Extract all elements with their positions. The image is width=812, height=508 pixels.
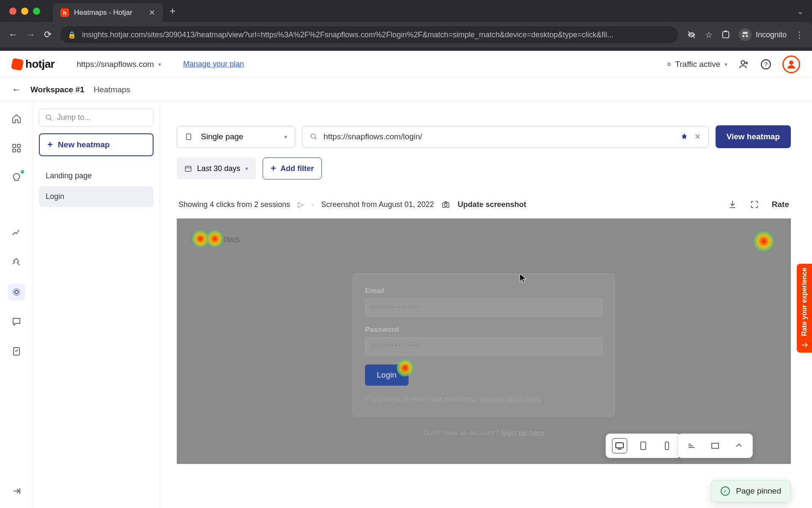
tab-close-icon[interactable]: ✕ — [149, 8, 155, 17]
view-options-toolbar — [678, 433, 753, 458]
rail-highlights-icon[interactable] — [8, 169, 25, 186]
password-label: Password — [365, 326, 603, 334]
play-icon[interactable]: ▷ — [298, 200, 304, 209]
svg-point-3 — [741, 61, 745, 64]
clear-icon[interactable]: ✕ — [694, 132, 701, 141]
separator: · — [311, 200, 313, 209]
star-icon[interactable]: ☆ — [705, 30, 713, 40]
crumb-workspace[interactable]: Workspace #1 — [30, 85, 84, 94]
screenshot-date: Screenshot from August 01, 2022 — [321, 200, 434, 209]
page-mode-select[interactable]: Single page ▾ — [177, 126, 295, 148]
browser-tab[interactable]: h Heatmaps - Hotjar ✕ — [53, 3, 163, 22]
reload-icon[interactable]: ⟳ — [44, 29, 52, 40]
tab-title: Heatmaps - Hotjar — [74, 8, 144, 17]
tab-favicon: h — [60, 8, 69, 17]
rail-expand-icon[interactable] — [8, 483, 25, 500]
date-range-label: Last 30 days — [197, 164, 240, 173]
jump-to-input[interactable]: Jump to... — [39, 108, 154, 127]
url-text: insights.hotjar.com/sites/3090413/heatma… — [82, 30, 670, 39]
url-value: https://snapflows.com/login/ — [324, 132, 674, 141]
rail-heatmaps-icon[interactable] — [8, 284, 25, 301]
window-close[interactable] — [9, 8, 16, 15]
address-bar[interactable]: 🔒 insights.hotjar.com/sites/3090413/heat… — [60, 26, 678, 43]
window-minimize[interactable] — [21, 8, 28, 15]
traffic-status[interactable]: Traffic active ▾ — [667, 60, 727, 69]
view-heatmap-button[interactable]: View heatmap — [716, 125, 791, 148]
saved-item-landing[interactable]: Landing page — [39, 166, 154, 186]
new-tab-button[interactable]: + — [170, 5, 176, 17]
device-desktop-icon[interactable] — [612, 438, 627, 453]
crumb-section[interactable]: Heatmaps — [93, 85, 130, 94]
user-avatar[interactable] — [782, 55, 800, 73]
feedback-label: Rate your experience — [801, 268, 808, 336]
help-icon[interactable]: ? — [760, 59, 771, 70]
svg-rect-1 — [723, 32, 729, 38]
tabs-menu-icon[interactable]: ⌄ — [797, 7, 804, 16]
svg-line-16 — [50, 119, 52, 121]
feedback-share-icon — [801, 341, 808, 349]
login-card: Email *************** Password *********… — [353, 273, 615, 417]
svg-rect-9 — [13, 149, 16, 152]
view-option-1-icon[interactable] — [684, 438, 699, 453]
site-selector[interactable]: https://snapflows.com ▾ — [77, 60, 161, 69]
rail-surveys-icon[interactable] — [8, 343, 25, 360]
svg-rect-10 — [17, 149, 20, 152]
login-button-label: Login — [377, 370, 397, 379]
incognito-icon — [739, 28, 752, 41]
manage-plan-link[interactable]: Manage your plan — [183, 60, 244, 69]
svg-rect-17 — [187, 134, 191, 140]
extensions-icon[interactable] — [721, 30, 730, 39]
pin-icon[interactable] — [680, 133, 689, 141]
download-icon[interactable] — [728, 200, 737, 209]
feedback-tab[interactable]: Rate your experience — [797, 264, 812, 353]
new-heatmap-button[interactable]: + New heatmap — [39, 133, 154, 156]
camera-icon — [442, 200, 450, 209]
window-maximize[interactable] — [33, 8, 40, 15]
browser-menu-icon[interactable]: ⋮ — [795, 30, 804, 40]
calendar-icon — [184, 165, 192, 172]
screenshot-area-icon[interactable] — [750, 200, 759, 209]
rail-feedback-icon[interactable] — [8, 313, 25, 330]
svg-point-18 — [311, 134, 315, 138]
signup-text: Don't have an account? Sign up here — [353, 429, 614, 437]
toast-notification: ✓ Page pinned — [711, 480, 791, 502]
email-input: *************** — [365, 298, 603, 316]
back-arrow-icon[interactable]: ← — [12, 84, 21, 95]
rail-trends-icon[interactable] — [8, 224, 25, 241]
page-mode-label: Single page — [201, 132, 243, 141]
rate-link[interactable]: Rate — [772, 200, 789, 209]
chevron-down-icon: ▾ — [284, 133, 287, 140]
view-option-2-icon[interactable] — [708, 438, 723, 453]
update-screenshot-link[interactable]: Update screenshot — [458, 200, 526, 209]
back-icon[interactable]: ← — [8, 29, 18, 40]
incognito-eye-icon[interactable] — [686, 30, 697, 40]
rail-dashboards-icon[interactable] — [8, 140, 25, 157]
date-range-filter[interactable]: Last 30 days ▾ — [177, 157, 256, 179]
svg-text:?: ? — [764, 61, 768, 68]
site-name: https://snapflows.com — [77, 60, 154, 69]
clicks-summary: Showing 4 clicks from 2 sessions — [178, 200, 290, 209]
logo-mark — [11, 58, 24, 70]
svg-rect-27 — [665, 442, 669, 450]
forward-icon[interactable]: → — [26, 29, 36, 40]
incognito-badge[interactable]: Incognito — [739, 28, 787, 41]
device-mobile-icon[interactable] — [659, 438, 675, 453]
jump-placeholder: Jump to... — [57, 113, 91, 122]
saved-item-login[interactable]: Login — [39, 186, 154, 207]
incognito-label: Incognito — [756, 30, 787, 39]
logo[interactable]: hotjar — [12, 58, 55, 71]
add-filter-button[interactable]: + Add filter — [263, 157, 322, 179]
svg-rect-2 — [724, 30, 727, 32]
main-content: Single page ▾ https://snapflows.com/logi… — [160, 102, 812, 508]
rail-funnels-icon[interactable] — [8, 254, 25, 271]
svg-point-11 — [15, 290, 18, 294]
device-tablet-icon[interactable] — [636, 438, 651, 453]
view-option-3-icon[interactable] — [731, 438, 746, 453]
rail-home-icon[interactable] — [8, 110, 25, 127]
svg-rect-8 — [17, 144, 20, 147]
invite-user-icon[interactable] — [738, 59, 749, 70]
url-input[interactable]: https://snapflows.com/login/ ✕ — [302, 126, 709, 148]
breadcrumb: ← Workspace #1 Heatmaps — [0, 78, 812, 102]
svg-rect-26 — [641, 442, 646, 450]
svg-point-6 — [789, 61, 793, 65]
